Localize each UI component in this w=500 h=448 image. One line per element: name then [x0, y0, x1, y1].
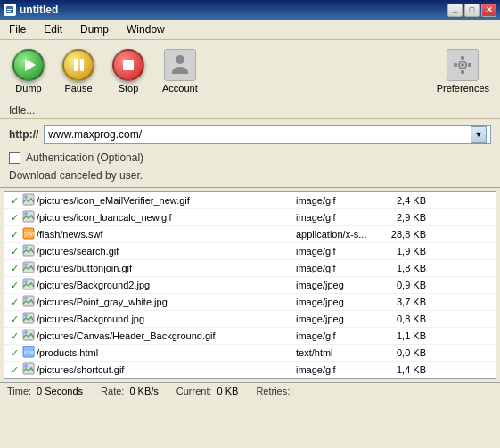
pause-button[interactable]: Pause [57, 47, 100, 95]
stop-label: Stop [119, 83, 139, 94]
file-path: /products.html [37, 347, 296, 358]
table-row[interactable]: ✓/pictures/Canvas/Header_Background.gifi… [4, 328, 496, 345]
svg-point-31 [24, 364, 28, 368]
auth-row: Authentication (Optional) [0, 150, 500, 167]
minimize-button[interactable]: _ [447, 4, 463, 17]
menu-file[interactable]: File [4, 21, 31, 37]
file-path: /pictures/icon_loancalc_new.gif [37, 212, 296, 223]
pause-bar-2 [80, 59, 84, 71]
svg-rect-5 [461, 70, 464, 74]
file-size: 1,8 KB [381, 263, 430, 273]
time-field: Time: 0 Seconds [7, 386, 83, 396]
retries-field: Retries: [256, 386, 295, 396]
check-icon: ✓ [8, 347, 20, 359]
file-mime: image/gif [296, 364, 381, 375]
account-button[interactable]: Account [157, 47, 203, 95]
pause-bar-1 [74, 59, 78, 71]
file-mime: image/jpeg [296, 280, 381, 290]
auth-checkbox[interactable] [9, 152, 20, 164]
table-row[interactable]: ✓/pictures/icon_eMailVerifier_new.gifima… [4, 192, 496, 209]
stop-button[interactable]: Stop [107, 47, 150, 95]
table-row[interactable]: ✓/pictures/shortcut.gifimage/gif1,4 KB [4, 362, 496, 379]
close-button[interactable]: ✕ [481, 4, 496, 17]
preferences-button[interactable]: Preferences [437, 49, 489, 94]
svg-point-11 [24, 195, 28, 199]
svg-rect-7 [468, 63, 471, 67]
file-size: 2,9 KB [381, 212, 430, 223]
idle-status: Idle... [0, 102, 500, 119]
time-label: Time: [7, 386, 31, 396]
file-type-icon [20, 362, 37, 377]
table-row[interactable]: ✓/pictures/Background2.jpgimage/jpeg0,9 … [4, 277, 496, 294]
dump-button[interactable]: Dump [7, 47, 50, 95]
table-row[interactable]: ✓/pictures/icon_loancalc_new.gifimage/gi… [4, 209, 496, 226]
file-path: /flash/news.swf [37, 229, 296, 240]
svg-rect-2 [7, 11, 11, 12]
file-path: /pictures/Canvas/Header_Background.gif [37, 330, 296, 341]
table-row[interactable]: ✓/pictures/Point_gray_white.jpgimage/jpe… [4, 294, 496, 311]
idle-text: Idle... [9, 104, 35, 117]
message-bar: Download canceled by user. [0, 167, 500, 188]
url-bar: http:// ▼ [0, 119, 500, 150]
pause-icon [74, 59, 84, 71]
file-type-icon [20, 261, 37, 275]
file-mime: image/gif [296, 246, 381, 257]
rate-value: 0 KB/s [129, 386, 158, 396]
current-label: Current: [176, 386, 212, 396]
file-mime: image/jpeg [296, 297, 381, 307]
pref-gear-icon [453, 55, 472, 75]
table-row[interactable]: ✓/pictures/search.gifimage/gif1,9 KB [4, 243, 496, 260]
title-bar: untitled _ □ ✕ [0, 0, 500, 20]
svg-point-21 [24, 280, 28, 283]
svg-point-9 [461, 63, 464, 67]
stop-square-icon [123, 60, 134, 70]
url-dropdown-button[interactable]: ▼ [471, 126, 487, 143]
svg-point-17 [24, 246, 28, 249]
svg-rect-1 [7, 9, 12, 10]
table-row[interactable]: ✓SWF/flash/news.swfapplication/x-s...28,… [4, 226, 496, 243]
account-label: Account [162, 83, 198, 94]
file-size: 3,7 KB [381, 297, 430, 307]
file-list-container[interactable]: ✓/pictures/icon_eMailVerifier_new.gifima… [4, 191, 496, 379]
file-mime: image/gif [296, 212, 381, 223]
file-type-icon [20, 210, 37, 224]
table-row[interactable]: ✓/pictures/Background.jpgimage/jpeg0,8 K… [4, 311, 496, 328]
menu-edit[interactable]: Edit [38, 21, 68, 37]
url-input-wrap: ▼ [44, 125, 491, 144]
title-bar-left: untitled [4, 4, 58, 16]
maximize-button[interactable]: □ [464, 4, 480, 17]
file-size: 0,9 KB [381, 280, 430, 290]
menu-dump[interactable]: Dump [75, 21, 114, 37]
play-triangle-icon [25, 59, 36, 71]
auth-label: Authentication (Optional) [26, 151, 143, 164]
table-row[interactable]: ✓HTM/products.htmltext/html0,0 KB [4, 345, 496, 362]
svg-rect-4 [461, 56, 464, 60]
bottom-status: Time: 0 Seconds Rate: 0 KB/s Current: 0 … [0, 382, 500, 399]
file-type-icon [20, 244, 37, 258]
preferences-label: Preferences [437, 83, 489, 94]
current-field: Current: 0 KB [176, 386, 239, 396]
rate-field: Rate: 0 KB/s [101, 386, 159, 396]
file-type-icon: SWF [20, 227, 37, 241]
rate-label: Rate: [101, 386, 124, 396]
svg-point-27 [24, 330, 28, 334]
protocol-label: http:// [9, 128, 38, 141]
svg-point-19 [24, 263, 28, 266]
file-mime: image/jpeg [296, 314, 381, 324]
file-mime: image/gif [296, 263, 381, 273]
app-icon [4, 4, 16, 16]
menu-bar: File Edit Dump Window [0, 20, 500, 40]
table-row[interactable]: ✓/pictures/buttonjoin.gifimage/gif1,8 KB [4, 260, 496, 277]
menu-window[interactable]: Window [121, 21, 170, 37]
file-size: 0,8 KB [381, 314, 430, 324]
file-size: 1,4 KB [381, 364, 430, 375]
check-icon: ✓ [8, 246, 20, 257]
file-type-icon [20, 278, 37, 292]
title-bar-controls: _ □ ✕ [447, 4, 496, 17]
url-input[interactable] [48, 128, 471, 141]
file-path: /pictures/Point_gray_white.jpg [37, 297, 296, 307]
check-icon: ✓ [8, 229, 20, 240]
file-size: 28,8 KB [381, 229, 430, 240]
retries-label: Retries: [256, 386, 290, 396]
current-value: 0 KB [217, 386, 239, 396]
